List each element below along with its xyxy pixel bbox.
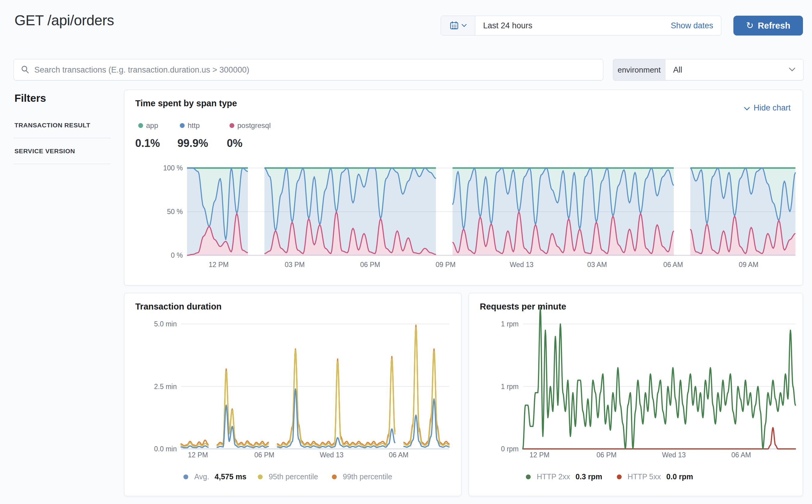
legend-item-avg[interactable]: Avg. 4,575 ms: [183, 472, 246, 481]
refresh-button-label: Refresh: [758, 21, 790, 31]
span-type-percentages: 0.1% 99.9% 0%: [135, 137, 242, 150]
http-2xx-rate: 0.3 rpm: [576, 472, 602, 481]
span-type-chart[interactable]: 100 %50 %0 %12 PM03 PM06 PM09 PMWed 1303…: [124, 163, 803, 271]
date-range-value[interactable]: Last 24 hours: [475, 21, 671, 30]
legend-label-app: app: [146, 121, 158, 130]
divider: [14, 138, 110, 138]
svg-text:Wed 13: Wed 13: [510, 261, 534, 269]
svg-text:0 rpm: 0 rpm: [501, 445, 519, 453]
hide-chart-button[interactable]: Hide chart: [744, 103, 791, 113]
legend-item-http-5xx[interactable]: HTTP 5xx 0.0 rpm: [617, 472, 693, 481]
svg-text:12 PM: 12 PM: [188, 451, 208, 459]
svg-text:12 PM: 12 PM: [530, 451, 549, 459]
show-dates-button[interactable]: Show dates: [671, 21, 721, 30]
http-percentage: 99.9%: [177, 137, 227, 150]
legend-item-postgresql[interactable]: postgresql: [229, 121, 271, 130]
span-card-title: Time spent by span type: [135, 98, 237, 108]
time-spent-by-span-type-card: Time spent by span type Hide chart app h…: [124, 90, 803, 285]
legend-item-95th[interactable]: 95th percentile: [258, 472, 320, 481]
legend-item-http[interactable]: http: [180, 121, 229, 130]
search-icon: [20, 65, 30, 75]
svg-text:1 rpm: 1 rpm: [501, 383, 519, 390]
hide-chart-label: Hide chart: [754, 103, 791, 113]
environment-select[interactable]: All: [665, 59, 804, 81]
svg-text:Wed 13: Wed 13: [662, 451, 686, 459]
calendar-icon: [450, 20, 459, 31]
legend-label-http-5xx: HTTP 5xx: [628, 472, 661, 481]
app-percentage: 0.1%: [135, 137, 177, 150]
rpm-legend: HTTP 2xx 0.3 rpm HTTP 5xx 0.0 rpm: [526, 472, 693, 481]
legend-dot-http: [180, 123, 185, 128]
refresh-button[interactable]: ↻ Refresh: [733, 16, 803, 36]
legend-label-avg: Avg.: [194, 472, 209, 481]
svg-text:0.0 min: 0.0 min: [154, 445, 177, 453]
svg-text:03 PM: 03 PM: [285, 261, 304, 269]
svg-text:06 AM: 06 AM: [389, 451, 409, 459]
transaction-search-bar: [14, 59, 603, 81]
svg-text:5.0 min: 5.0 min: [154, 320, 177, 328]
requests-per-minute-chart[interactable]: 1 rpm1 rpm0 rpm12 PM06 PMWed 1306 AM: [469, 298, 803, 464]
duration-legend: Avg. 4,575 ms 95th percentile 99th perce…: [183, 472, 394, 481]
chevron-down-icon: [789, 67, 795, 73]
legend-dot-postgresql: [229, 123, 234, 128]
svg-text:06 PM: 06 PM: [254, 451, 274, 459]
transaction-duration-chart[interactable]: 5.0 min2.5 min0.0 min12 PM06 PMWed 1306 …: [124, 298, 462, 464]
transaction-duration-card: Transaction duration 5.0 min2.5 min0.0 m…: [124, 293, 462, 496]
svg-text:06 PM: 06 PM: [360, 261, 380, 269]
svg-text:03 AM: 03 AM: [587, 261, 607, 269]
span-type-legend: app http postgresql: [138, 121, 271, 130]
legend-label-http-2xx: HTTP 2xx: [537, 472, 570, 481]
date-quick-select-button[interactable]: [441, 16, 475, 35]
legend-label-http: http: [188, 121, 200, 130]
chevron-down-icon: [744, 103, 750, 113]
chevron-down-icon: [462, 23, 467, 28]
refresh-icon: ↻: [746, 21, 754, 30]
filter-service-version[interactable]: SERVICE VERSION: [14, 148, 75, 155]
svg-text:06 AM: 06 AM: [663, 261, 683, 269]
svg-text:100 %: 100 %: [163, 164, 183, 172]
svg-text:09 PM: 09 PM: [436, 261, 456, 269]
filters-heading: Filters: [14, 92, 46, 104]
divider: [14, 164, 110, 164]
legend-dot-http-2xx: [526, 474, 531, 479]
avg-duration-value: 4,575 ms: [215, 472, 247, 481]
svg-text:0 %: 0 %: [171, 251, 183, 259]
svg-text:1 rpm: 1 rpm: [501, 320, 519, 328]
page-title: GET /api/orders: [14, 12, 114, 29]
legend-item-http-2xx[interactable]: HTTP 2xx 0.3 rpm: [526, 472, 602, 481]
svg-text:12 PM: 12 PM: [209, 261, 229, 269]
svg-text:Wed 13: Wed 13: [320, 451, 344, 459]
svg-text:06 AM: 06 AM: [731, 451, 751, 459]
legend-dot-http-5xx: [617, 474, 622, 479]
environment-filter-label: environment: [613, 59, 665, 81]
legend-item-99th[interactable]: 99th percentile: [332, 472, 394, 481]
filter-transaction-result[interactable]: TRANSACTION RESULT: [14, 122, 90, 129]
super-date-picker: Last 24 hours Show dates: [441, 16, 721, 36]
svg-text:50 %: 50 %: [167, 208, 183, 216]
legend-dot-app: [138, 123, 143, 128]
legend-label-postgresql: postgresql: [237, 121, 271, 130]
svg-text:2.5 min: 2.5 min: [154, 383, 177, 390]
http-5xx-rate: 0.0 rpm: [666, 472, 693, 481]
requests-per-minute-card: Requests per minute 1 rpm1 rpm0 rpm12 PM…: [469, 293, 803, 496]
postgresql-percentage: 0%: [227, 137, 242, 150]
environment-selected-value: All: [673, 65, 789, 75]
svg-text:09 AM: 09 AM: [739, 261, 758, 269]
legend-label-99th: 99th percentile: [343, 472, 392, 481]
search-transactions-input[interactable]: [34, 65, 596, 75]
legend-item-app[interactable]: app: [138, 121, 180, 130]
legend-label-95th: 95th percentile: [269, 472, 318, 481]
legend-dot-95th: [258, 474, 263, 479]
legend-dot-avg: [183, 474, 188, 479]
legend-dot-99th: [332, 474, 337, 479]
svg-text:06 PM: 06 PM: [597, 451, 617, 459]
